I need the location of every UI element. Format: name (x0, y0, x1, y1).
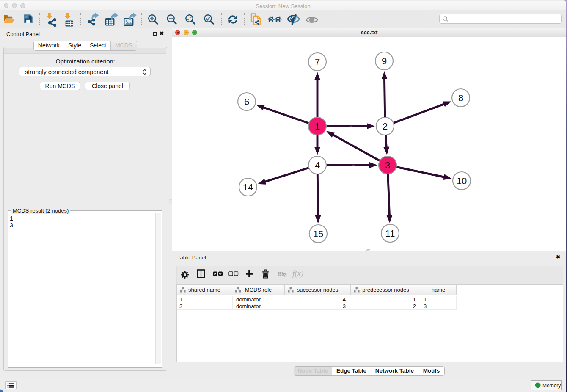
svg-text:7: 7 (315, 57, 320, 67)
svg-text:3: 3 (385, 160, 390, 171)
svg-text:2: 2 (383, 121, 388, 132)
svg-text:14: 14 (243, 182, 253, 193)
svg-text:4: 4 (315, 160, 320, 171)
svg-text:1: 1 (315, 121, 320, 132)
svg-text:6: 6 (244, 97, 249, 107)
svg-text:8: 8 (458, 93, 463, 103)
svg-text:10: 10 (457, 176, 467, 186)
svg-text:15: 15 (313, 229, 323, 239)
svg-text:9: 9 (382, 56, 387, 66)
svg-text:11: 11 (385, 228, 395, 239)
